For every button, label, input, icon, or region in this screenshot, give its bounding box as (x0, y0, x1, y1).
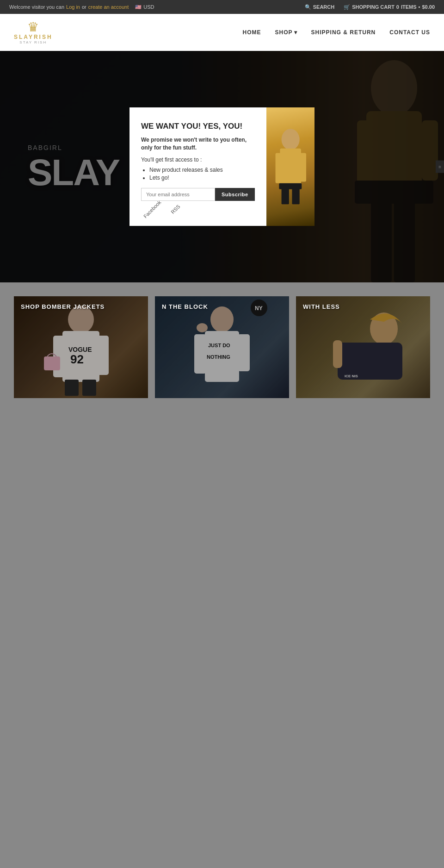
site-logo[interactable]: ♛ SLAYRISH STAY RISH (14, 21, 53, 44)
login-link[interactable]: Log in (66, 4, 80, 10)
modal-decorative-image (266, 107, 314, 226)
cart-items-label: items (401, 4, 417, 10)
modal-content: WE WANT YOU! YES, YOU! We promise we won… (130, 107, 266, 226)
or-text: or (82, 4, 86, 10)
rss-link[interactable]: RSS (170, 204, 181, 215)
product-card-3-label: WITH LESS (303, 303, 340, 310)
product-card-3-overlay: WITH LESS (296, 296, 430, 398)
svg-rect-8 (280, 149, 301, 188)
product-card-3[interactable]: ICE NIS WITH LESS (296, 296, 430, 398)
facebook-link[interactable]: Facebook (142, 200, 162, 219)
nav-contact[interactable]: CONTACT US (389, 29, 430, 36)
modal-title: WE WANT YOU! YES, YOU! (141, 121, 255, 131)
product-card-2-overlay: N THE BLOCK (155, 296, 289, 398)
modal-benefits-list: New product releases & sales Lets go! (141, 167, 255, 181)
top-bar-left: Welcome visitor you can Log in or create… (9, 4, 154, 10)
modal-promise-text: We promise we won't write to you often, … (141, 136, 255, 152)
welcome-text: Welcome visitor you can (9, 4, 64, 10)
logo-brand-name: SLAYRISH (14, 34, 53, 40)
currency-selector[interactable]: USD (143, 4, 154, 10)
svg-rect-10 (299, 153, 306, 182)
top-bar-right: 🔍 SEarcH 🛒 SHOPPING CART 0 items • $0.00 (305, 4, 435, 10)
modal-benefit-1: New product releases & sales (149, 167, 255, 173)
search-label: SEarcH (313, 4, 334, 10)
logo-crown-icon: ♛ (27, 21, 39, 34)
subscribe-button[interactable]: Subscribe (215, 188, 255, 201)
svg-rect-13 (279, 183, 302, 189)
cart-button[interactable]: 🛒 SHOPPING CART 0 items • $0.00 (344, 4, 435, 10)
email-input[interactable] (141, 188, 215, 201)
main-navigation: HOME SHOP ▾ SHIPPING & RETURN CONTACT US (243, 29, 430, 36)
site-header: ♛ SLAYRISH STAY RISH HOME SHOP ▾ SHIPPIN… (0, 14, 444, 51)
cart-total: $0.00 (422, 4, 435, 10)
top-bar: Welcome visitor you can Log in or create… (0, 0, 444, 14)
modal-access-text: You'll get first access to : (141, 156, 255, 163)
product-card-1[interactable]: VOGUE 92 SHOP BOMBER JACKETS (14, 296, 148, 398)
nav-shipping[interactable]: SHIPPING & RETURN (311, 29, 376, 36)
newsletter-modal: WE WANT YOU! YES, YOU! We promise we won… (130, 107, 314, 226)
modal-benefit-2: Lets go! (149, 175, 255, 181)
products-grid: VOGUE 92 SHOP BOMBER JACKETS (14, 296, 430, 398)
flag-icon: 🇺🇸 (135, 4, 142, 10)
search-button[interactable]: 🔍 SEarcH (305, 4, 334, 10)
logo-tagline: STAY RISH (19, 40, 47, 44)
create-account-link[interactable]: create an account (88, 4, 129, 10)
modal-image-panel: × (266, 107, 314, 226)
bottom-gray-area (0, 421, 444, 868)
nav-home[interactable]: HOME (243, 29, 261, 36)
cart-separator: • (419, 4, 420, 10)
products-section: VOGUE 92 SHOP BOMBER JACKETS (0, 282, 444, 421)
cart-icon: 🛒 (344, 4, 350, 10)
cart-label: SHOPPING CART (352, 4, 395, 10)
nav-shop[interactable]: SHOP ▾ (275, 29, 297, 36)
shop-dropdown-icon: ▾ (294, 29, 297, 36)
svg-point-7 (281, 129, 299, 150)
product-card-1-label: SHOP BOMBER JACKETS (21, 303, 105, 310)
product-card-2-label: N THE BLOCK (162, 303, 208, 310)
svg-rect-9 (275, 153, 281, 183)
search-icon: 🔍 (305, 4, 311, 10)
cart-count: 0 (396, 4, 399, 10)
currency-text: USD (143, 4, 154, 10)
nav-shop-label: SHOP (275, 29, 293, 36)
modal-social-links: Facebook RSS (141, 206, 255, 212)
modal-overlay: WE WANT YOU! YES, YOU! We promise we won… (0, 51, 444, 282)
product-card-1-overlay: SHOP BOMBER JACKETS (14, 296, 148, 398)
hero-section: BABGIRL SLAY ≡ WE WANT YOU! YES, YOU! We… (0, 51, 444, 282)
product-card-2[interactable]: NY JUST DO NOTHING N THE BLOCK (155, 296, 289, 398)
